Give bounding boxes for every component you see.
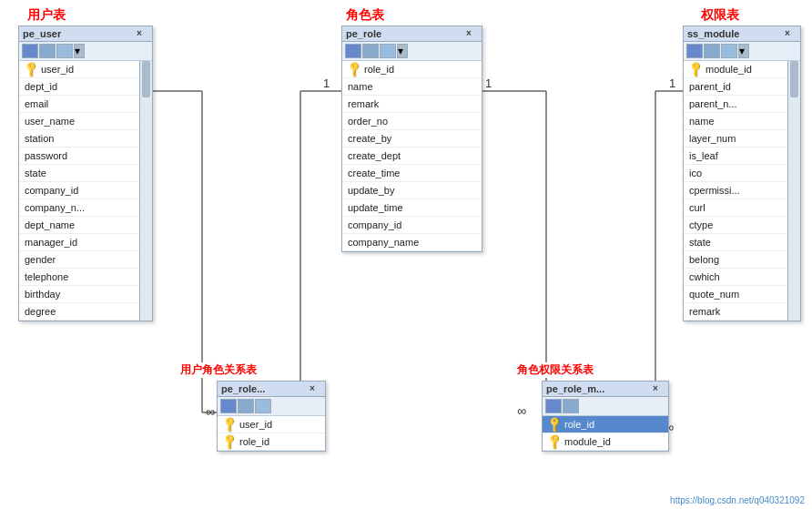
copy-btn-ss-module[interactable] — [704, 44, 720, 58]
arrow-btn-pe-role[interactable]: ▾ — [397, 44, 408, 58]
label-permissions-table: 权限表 — [701, 7, 739, 24]
toolbar-ss-module: ▾ — [684, 42, 800, 61]
close-pe-role[interactable]: × — [465, 28, 478, 39]
field-degree: degree — [19, 303, 139, 321]
label-role-perm-rel: 角色权限关系表 — [517, 362, 594, 378]
field-create_by: create_by — [342, 130, 482, 148]
copy-btn-role-module[interactable] — [563, 399, 579, 413]
table-title-pe-role: pe_role — [346, 28, 465, 39]
field-state2: state — [684, 234, 787, 251]
grid-btn-role-user[interactable] — [220, 399, 237, 413]
copy-btn-pe-role[interactable] — [362, 44, 379, 58]
grid-btn-pe-role[interactable] — [345, 44, 361, 58]
table-pe-role-module: pe_role_m... × 🔑 role_id 🔑 module_id — [542, 381, 669, 452]
table-header-ss-module: ss_module × — [684, 26, 800, 42]
grid-btn-ss-module[interactable] — [686, 44, 703, 58]
field-update_by: update_by — [342, 182, 482, 199]
fields-pe-role: 🔑 role_id name remark order_no create_by… — [342, 61, 482, 251]
close-pe-role-user[interactable]: × — [309, 383, 321, 394]
key-icon-rm-module_id: 🔑 — [545, 432, 565, 451]
table-pe-role: pe_role × ▾ 🔑 role_id name remark order_… — [341, 25, 482, 252]
field-name2: name — [684, 113, 787, 130]
field-curl: curl — [684, 199, 787, 217]
field-company_id: company_id — [19, 182, 139, 199]
copy-btn-pe-user[interactable] — [39, 44, 56, 58]
field-station: station — [19, 130, 139, 148]
move-btn-pe-role[interactable] — [380, 44, 396, 58]
table-title-pe-role-module: pe_role_m... — [546, 383, 652, 394]
svg-text:1: 1 — [485, 76, 492, 90]
field-ico: ico — [684, 165, 787, 182]
field-module_id: 🔑 module_id — [684, 61, 787, 78]
table-title-ss-module: ss_module — [687, 28, 784, 39]
field-rm-module_id: 🔑 module_id — [543, 433, 668, 451]
field-remark2: remark — [684, 303, 787, 321]
move-btn-ss-module[interactable] — [721, 44, 737, 58]
grid-btn-pe-user[interactable] — [22, 44, 38, 58]
table-header-pe-role-user: pe_role... × — [218, 382, 325, 397]
field-gender: gender — [19, 251, 139, 269]
field-user_id: 🔑 user_id — [19, 61, 139, 78]
table-pe-user: pe_user × ▾ 🔑 user_id dept_id email user… — [18, 25, 153, 321]
field-parent_n: parent_n... — [684, 96, 787, 113]
close-pe-role-module[interactable]: × — [652, 383, 665, 394]
arrow-btn-ss-module[interactable]: ▾ — [738, 44, 749, 58]
toolbar-pe-role: ▾ — [342, 42, 482, 61]
field-company_id2: company_id — [342, 217, 482, 234]
label-roles-table: 角色表 — [346, 7, 384, 24]
field-company_n: company_n... — [19, 199, 139, 217]
table-pe-role-user: pe_role... × 🔑 user_id 🔑 role_id — [217, 381, 326, 452]
field-order_no: order_no — [342, 113, 482, 130]
field-dept_id: dept_id — [19, 78, 139, 96]
scrollbar-thumb-pe-user — [142, 61, 150, 97]
field-quote_num: quote_num — [684, 286, 787, 303]
field-rm-role_id: 🔑 role_id — [543, 416, 668, 433]
svg-text:∞: ∞ — [517, 403, 526, 418]
key-icon-user_id: 🔑 — [22, 61, 42, 79]
toolbar-pe-role-user — [218, 397, 325, 416]
canvas: 1 ∞ 1 ∞ 1 ∞ 1 ∞ 用户表 角色表 权限表 用户角色关 — [0, 0, 812, 509]
grid-btn-role-module[interactable] — [545, 399, 562, 413]
close-ss-module[interactable]: × — [784, 28, 797, 39]
key-icon-module_id: 🔑 — [686, 61, 706, 79]
scrollbar-pe-user[interactable] — [139, 61, 152, 321]
key-icon-ru-role_id: 🔑 — [220, 432, 240, 451]
copy-btn-role-user[interactable] — [238, 399, 254, 413]
field-birthday: birthday — [19, 286, 139, 303]
fields-ss-module: 🔑 module_id parent_id parent_n... name l… — [684, 61, 800, 321]
toolbar-pe-role-module — [543, 397, 668, 416]
table-header-pe-role-module: pe_role_m... × — [543, 382, 668, 397]
key-icon-role_id: 🔑 — [345, 61, 365, 79]
close-pe-user[interactable]: × — [136, 28, 148, 39]
field-parent_id: parent_id — [684, 78, 787, 96]
arrow-btn-pe-user[interactable]: ▾ — [74, 44, 85, 58]
field-ru-role_id: 🔑 role_id — [218, 433, 325, 451]
table-header-pe-role: pe_role × — [342, 26, 482, 42]
field-ctype: ctype — [684, 217, 787, 234]
field-email: email — [19, 96, 139, 113]
field-is_leaf: is_leaf — [684, 148, 787, 165]
move-btn-pe-user[interactable] — [56, 44, 73, 58]
field-remark: remark — [342, 96, 482, 113]
field-update_time: update_time — [342, 199, 482, 217]
svg-text:∞: ∞ — [206, 404, 215, 419]
move-btn-role-user[interactable] — [255, 399, 271, 413]
scrollbar-ss-module[interactable] — [787, 61, 800, 321]
toolbar-pe-user: ▾ — [19, 42, 152, 61]
footer-url: https://blog.csdn.net/q040321092 — [670, 495, 805, 505]
field-belong: belong — [684, 251, 787, 269]
fields-pe-role-module: 🔑 role_id 🔑 module_id — [543, 416, 668, 451]
field-state: state — [19, 165, 139, 182]
scrollbar-thumb-ss-module — [790, 61, 798, 97]
field-cwhich: cwhich — [684, 269, 787, 286]
field-password: password — [19, 148, 139, 165]
field-layer_num: layer_num — [684, 130, 787, 148]
table-ss-module: ss_module × ▾ 🔑 module_id parent_id pare… — [683, 25, 801, 321]
field-create_dept: create_dept — [342, 148, 482, 165]
field-role_id: 🔑 role_id — [342, 61, 482, 78]
svg-text:1: 1 — [323, 76, 330, 90]
field-ru-user_id: 🔑 user_id — [218, 416, 325, 433]
table-header-pe-user: pe_user × — [19, 26, 152, 42]
field-telephone: telephone — [19, 269, 139, 286]
field-name: name — [342, 78, 482, 96]
